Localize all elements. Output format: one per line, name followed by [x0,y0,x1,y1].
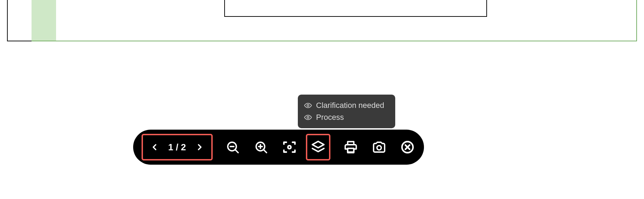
fit-screen-icon [282,140,297,155]
fit-to-screen-button[interactable] [281,138,297,156]
eye-icon [304,102,312,109]
layers-popup: Clarification needed Process [298,95,395,128]
chevron-left-icon [150,142,159,152]
document-content-clip [7,0,637,42]
zoom-out-button[interactable] [225,138,241,156]
page-separator: / [176,142,178,152]
svg-rect-11 [348,149,354,153]
layers-button-highlight [306,134,330,160]
svg-point-12 [377,146,381,150]
chevron-right-icon [195,142,205,152]
zoom-in-icon [254,140,268,155]
next-page-button[interactable] [191,138,208,156]
zoom-out-icon [225,140,240,155]
zoom-in-button[interactable] [253,138,269,156]
print-button[interactable] [343,138,359,156]
previous-page-button[interactable] [146,138,163,156]
svg-marker-10 [313,142,324,148]
svg-point-1 [307,116,309,118]
layer-label: Clarification needed [316,101,384,110]
current-page: 1 [168,142,173,152]
svg-point-9 [288,146,291,149]
layers-icon [310,139,326,155]
table-left-cell [7,0,32,41]
layer-toggle-clarification[interactable]: Clarification needed [304,100,389,111]
print-icon [343,140,358,155]
table-inner-cell [224,0,487,17]
layer-label: Process [316,113,344,122]
close-circle-icon [400,140,415,155]
svg-line-3 [235,150,238,153]
layer-toggle-process[interactable]: Process [304,111,389,123]
close-button[interactable] [399,138,416,156]
page-indicator: 1 / 2 [168,142,186,153]
layers-button[interactable] [309,138,327,156]
viewer-toolbar: 1 / 2 [133,130,424,165]
total-pages: 2 [181,142,186,152]
svg-point-0 [307,104,309,107]
eye-icon [304,114,312,121]
svg-line-6 [263,150,267,153]
pager-group: 1 / 2 [142,134,213,160]
camera-icon [372,140,386,155]
snapshot-button[interactable] [371,138,387,156]
